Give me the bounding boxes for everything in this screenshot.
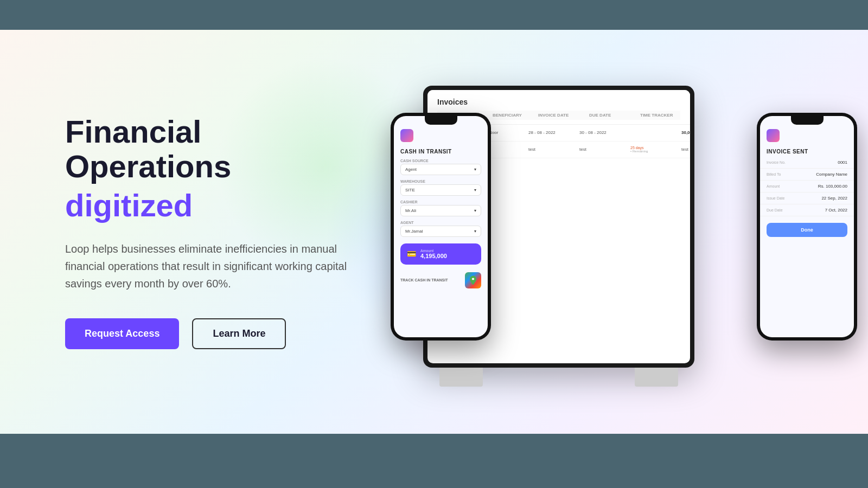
phone1-field-cashier: CASHIER Mr.Ali ▾ xyxy=(394,198,488,219)
bottom-bar xyxy=(0,434,868,488)
cell-time-tracker: 25 days • Remaining xyxy=(630,146,679,153)
field-select-cashier[interactable]: Mr.Ali ▾ xyxy=(400,205,481,216)
value-due-date: 7 Oct, 2022 xyxy=(825,208,847,213)
phone1-mockup: CASH IN TRANSIT CASH SOURCE Agent ▾ WARE… xyxy=(391,113,491,341)
phone1-app-logo xyxy=(400,129,413,142)
phone2-app-logo xyxy=(767,129,780,142)
cell-invoice-date: test xyxy=(528,147,577,152)
chevron-down-icon-3: ▾ xyxy=(474,208,476,213)
tablet-arm-left xyxy=(439,368,483,387)
chevron-down-icon: ▾ xyxy=(474,167,476,172)
field-value-warehouse: SITE xyxy=(405,188,415,192)
phone2-row-issue-date: Issue Date 22 Sep, 2022 xyxy=(760,192,854,204)
tablet-title: Invoices xyxy=(437,98,680,106)
chevron-down-icon-2: ▾ xyxy=(474,188,476,192)
google-maps-icon xyxy=(465,272,481,288)
cell-amount: test xyxy=(681,147,690,152)
time-tracker-sub: • Remaining xyxy=(630,150,679,153)
field-label-warehouse: WAREHOUSE xyxy=(400,179,481,183)
amount-label: Amount xyxy=(420,249,447,253)
wallet-icon: 💳 xyxy=(407,249,416,258)
hero-buttons: Request Access Learn More xyxy=(65,318,353,349)
done-button[interactable]: Done xyxy=(767,223,847,237)
field-select-warehouse[interactable]: SITE ▾ xyxy=(400,184,481,196)
label-issue-date: Issue Date xyxy=(767,196,784,200)
top-bar xyxy=(0,0,868,30)
col-beneficiary: Beneficiary xyxy=(493,113,536,118)
field-select-agent[interactable]: Mr.Jamal ▾ xyxy=(400,226,481,237)
hero-left-content: Financial Operations digitized Loop help… xyxy=(0,114,353,349)
field-value-cash-source: Agent xyxy=(405,167,417,172)
track-label: TRACK CASH IN TRANSIT xyxy=(400,278,448,282)
phone1-card-title: CASH IN TRANSIT xyxy=(394,146,488,157)
amount-value: 4,195,000 xyxy=(420,253,447,259)
phone2-row-billed-to: Billed To Company Name xyxy=(760,169,854,181)
col-invoice-date: Invoice Date xyxy=(538,113,587,118)
cell-amount: 30,000.00 xyxy=(681,130,690,135)
field-label-cashier: CASHIER xyxy=(400,200,481,204)
phone2-row-due-date: Due Date 7 Oct, 2022 xyxy=(760,204,854,216)
field-label-agent: AGENT xyxy=(400,221,481,224)
phone1-field-warehouse: WAREHOUSE SITE ▾ xyxy=(394,177,488,198)
col-time-tracker: Time Tracker xyxy=(640,113,689,118)
hero-section: Financial Operations digitized Loop help… xyxy=(0,30,868,434)
cell-invoice-date: 28 - 08 - 2022 xyxy=(528,130,577,135)
cell-due-date: 30 - 08 - 2022 xyxy=(579,130,628,135)
phone1-notch xyxy=(425,116,457,125)
chevron-down-icon-4: ▾ xyxy=(474,229,476,234)
col-due-date: Due Date xyxy=(589,113,638,118)
phone2-card-title: INVOICE SENT xyxy=(760,146,854,157)
phone1-screen: CASH IN TRANSIT CASH SOURCE Agent ▾ WARE… xyxy=(394,116,488,337)
phone1-amount-info: Amount 4,195,000 xyxy=(420,249,447,259)
value-invoice-no: 0001 xyxy=(838,160,847,165)
phone1-amount-button[interactable]: 💳 Amount 4,195,000 xyxy=(400,243,481,265)
phone1-field-cash-source: CASH SOURCE Agent ▾ xyxy=(394,157,488,177)
headline-line1: Financial Operations xyxy=(65,114,353,184)
label-invoice-no: Invoice No. xyxy=(767,160,786,164)
phone1-maps-row: TRACK CASH IN TRANSIT xyxy=(394,269,488,292)
phone2-row-invoice-no: Invoice No. 0001 xyxy=(760,157,854,169)
svg-point-0 xyxy=(472,278,474,280)
phone2-notch xyxy=(791,116,824,125)
request-access-button[interactable]: Request Access xyxy=(65,318,179,349)
tablet-arm-right xyxy=(635,368,678,387)
phone2-mockup: INVOICE SENT Invoice No. 0001 Billed To … xyxy=(757,113,857,341)
hero-subtext: Loop helps businesses eliminate ineffici… xyxy=(65,240,353,292)
field-label-cash-source: CASH SOURCE xyxy=(400,159,481,163)
phone2-screen: INVOICE SENT Invoice No. 0001 Billed To … xyxy=(760,116,854,337)
value-issue-date: 22 Sep, 2022 xyxy=(821,196,847,201)
field-value-cashier: Mr.Ali xyxy=(405,208,416,213)
label-due-date: Due Date xyxy=(767,208,783,212)
learn-more-button[interactable]: Learn More xyxy=(192,318,286,349)
phone2-row-amount: Amount Rs. 103,000.00 xyxy=(760,181,854,192)
cell-due-date: test xyxy=(579,147,628,152)
field-value-agent: Mr.Jamal xyxy=(405,229,423,234)
field-select-cash-source[interactable]: Agent ▾ xyxy=(400,164,481,175)
label-amount: Amount xyxy=(767,184,780,188)
headline-line2: digitized xyxy=(65,188,353,223)
phone1-field-agent: AGENT Mr.Jamal ▾ xyxy=(394,219,488,239)
value-amount: Rs. 103,000.00 xyxy=(818,184,847,189)
value-billed-to: Company Name xyxy=(816,172,847,177)
label-billed-to: Billed To xyxy=(767,172,781,176)
time-tracker-days: 25 days xyxy=(630,146,679,150)
device-mockups: Invoices Invoice Beneficiary Invoice Dat… xyxy=(380,69,868,395)
